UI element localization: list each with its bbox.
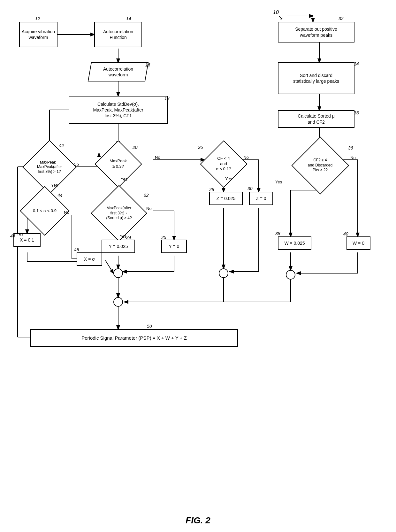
node-22: MaxPeak(afterfirst 3%) ÷(Sorted μ) ≥ 4? xyxy=(91,192,147,235)
node-28: Z = 0.025 xyxy=(209,192,243,205)
node-48: X = σ xyxy=(77,252,102,266)
svg-line-36 xyxy=(105,260,113,273)
ref-18: 18 xyxy=(164,96,170,101)
ref-25: 25 xyxy=(161,235,166,240)
flowchart: Acquire vibrationwaveform 12 Autocorrela… xyxy=(0,0,396,505)
ref-42: 42 xyxy=(59,143,64,148)
ref-30: 30 xyxy=(248,186,253,191)
ref-34: 34 xyxy=(354,61,359,66)
node-34: Sort and discardstatistically large peak… xyxy=(278,62,354,94)
node-26: CF < 4andσ ≤ 0.1? xyxy=(200,145,248,183)
label-36-yes: Yes xyxy=(275,180,282,184)
node-25: Y = 0 xyxy=(161,240,187,253)
node-20: MaxPeak≥ 0.3? xyxy=(94,145,142,183)
connector-4 xyxy=(286,270,295,280)
label-22-yes: Yes xyxy=(120,234,126,239)
label-26-no: No xyxy=(243,155,249,160)
node-18: Calculate StdDev(σ),MaxPeak, MaxPeak(aft… xyxy=(69,96,168,124)
node-14: AutocorrelationFunction xyxy=(94,22,142,47)
node-12: Acquire vibrationwaveform xyxy=(19,22,57,47)
label-26-yes: Yes xyxy=(225,176,232,181)
ref-35: 35 xyxy=(354,110,359,115)
label-44-yes: Yes xyxy=(17,232,23,236)
ref-38: 38 xyxy=(275,231,280,236)
node-35: Calculate Sorted μand CF2 xyxy=(278,110,354,128)
label-22-no: No xyxy=(146,206,152,211)
label-20-no: No xyxy=(155,155,160,160)
node-38: W = 0.025 xyxy=(278,236,311,250)
node-42: MaxPeak ÷MaxPeak(afterfirst 3%) > 1? xyxy=(22,142,77,192)
label-36-no: No xyxy=(350,155,356,160)
ref-12: 12 xyxy=(35,16,40,21)
ref-28: 28 xyxy=(209,187,214,192)
ref-40: 40 xyxy=(343,231,348,236)
node-30: Z = 0 xyxy=(249,192,273,205)
ref-22: 22 xyxy=(144,193,149,198)
label-20-yes: Yes xyxy=(121,177,127,181)
ref-32: 32 xyxy=(339,16,344,21)
ref-14: 14 xyxy=(126,16,131,21)
ref-20: 20 xyxy=(133,145,138,150)
ref-16: 16 xyxy=(145,62,150,67)
ref10-arrow: ↘ xyxy=(278,13,283,21)
ref-36: 36 xyxy=(348,145,353,150)
node-24: Y = 0.025 xyxy=(102,240,135,253)
connector-2 xyxy=(219,268,228,278)
ref-46: 46 xyxy=(10,233,15,238)
ref-48: 48 xyxy=(74,247,79,252)
node-36: CF2 ≥ 4and DiscardedPks > 2? xyxy=(291,144,350,187)
node-16: Autocorrelationwaveform xyxy=(88,62,149,81)
node-50: Periodic Signal Parameter (PSP) = X + W … xyxy=(30,329,238,347)
node-32: Separate out positivewaveform peaks xyxy=(278,22,354,42)
label-42-no: No xyxy=(73,162,79,167)
ref-24: 24 xyxy=(126,235,131,240)
connector-3 xyxy=(113,297,123,307)
node-40: W = 0 xyxy=(346,236,370,250)
label-44-no: No xyxy=(64,210,69,215)
ref-44: 44 xyxy=(57,193,63,198)
figure-label: FIG. 2 xyxy=(0,515,396,526)
label-42-yes: Yes xyxy=(51,183,58,188)
connector-1 xyxy=(113,268,123,278)
ref-50: 50 xyxy=(147,324,152,329)
ref-26: 26 xyxy=(198,145,203,150)
